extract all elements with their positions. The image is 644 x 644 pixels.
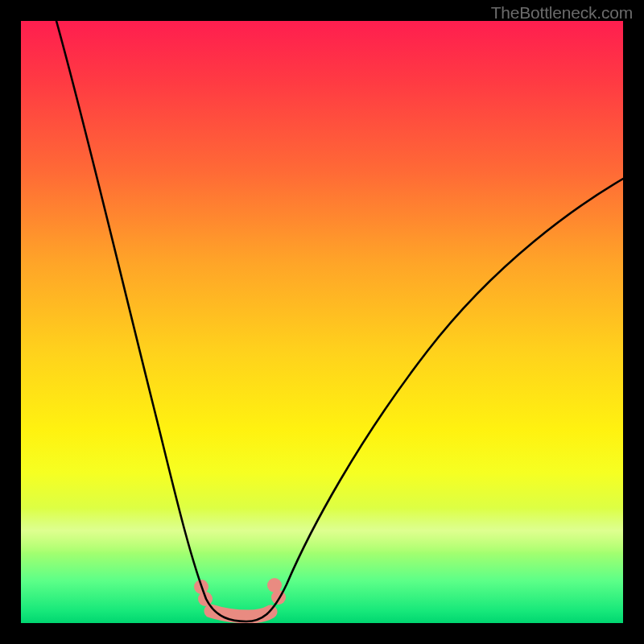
- bottleneck-curve: [56, 21, 623, 621]
- plot-area: [21, 21, 623, 623]
- curves-svg: [21, 21, 623, 623]
- salmon-overlay: [194, 578, 286, 617]
- watermark-text: TheBottleneck.com: [491, 3, 633, 23]
- chart-frame: TheBottleneck.com: [0, 0, 644, 644]
